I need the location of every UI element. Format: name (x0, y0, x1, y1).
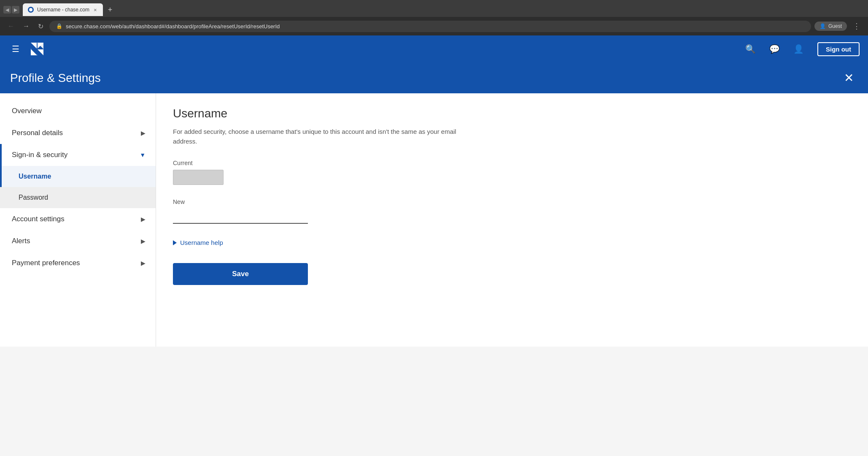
sidebar-item-payment-preferences[interactable]: Payment preferences ▶ (0, 252, 156, 274)
triangle-right-icon (173, 240, 177, 245)
overview-label: Overview (12, 107, 42, 115)
tab-nav-left[interactable]: ◀ (3, 6, 11, 14)
profile-close-button[interactable]: ✕ (840, 69, 858, 87)
sign-in-security-label: Sign-in & security (12, 151, 67, 159)
lock-icon: 🔒 (56, 23, 62, 29)
address-text: secure.chase.com/web/auth/dashboard#/das… (66, 23, 804, 30)
personal-details-label: Personal details (12, 129, 63, 137)
account-settings-chevron: ▶ (141, 216, 146, 223)
new-label: New (173, 198, 851, 205)
chase-header: ☰ 🔍 💬 👤 Sign out (0, 35, 868, 62)
guest-icon: 👤 (819, 23, 826, 29)
browser-menu-dots[interactable]: ⋮ (850, 20, 863, 33)
address-field[interactable]: 🔒 secure.chase.com/web/auth/dashboard#/d… (49, 21, 811, 32)
alerts-label: Alerts (12, 237, 30, 245)
chase-logo (30, 41, 45, 57)
tab-favicon (28, 7, 34, 13)
payment-preferences-label: Payment preferences (12, 259, 80, 267)
tab-close-button[interactable]: × (93, 7, 98, 13)
forward-button[interactable]: → (20, 21, 32, 32)
sidebar-item-account-settings[interactable]: Account settings ▶ (0, 208, 156, 230)
guest-button[interactable]: 👤 Guest (814, 22, 847, 31)
tab-title: Username - chase.com (37, 7, 89, 13)
account-button[interactable]: 👤 (790, 42, 807, 56)
tab-nav-right[interactable]: ▶ (12, 6, 19, 14)
sidebar-item-password[interactable]: Password (0, 187, 156, 208)
address-bar: ← → ↻ 🔒 secure.chase.com/web/auth/dashbo… (0, 17, 868, 35)
sidebar-item-alerts[interactable]: Alerts ▶ (0, 230, 156, 252)
current-label: Current (173, 160, 851, 166)
sidebar: Overview Personal details ▶ Sign-in & se… (0, 93, 156, 347)
content-panel: Username For added security, choose a us… (156, 93, 868, 347)
active-tab[interactable]: Username - chase.com × (23, 3, 103, 16)
account-settings-label: Account settings (12, 215, 65, 223)
tab-nav-arrows: ◀ ▶ (3, 6, 19, 14)
username-label: Username (19, 173, 51, 180)
profile-settings-title: Profile & Settings (10, 71, 101, 85)
username-help-toggle[interactable]: Username help (173, 236, 223, 250)
sign-in-security-chevron: ▼ (140, 152, 146, 158)
current-username-display (173, 170, 224, 185)
current-username-section: Current (173, 160, 851, 187)
tab-bar: ◀ ▶ Username - chase.com × + (0, 0, 868, 17)
main-content: Overview Personal details ▶ Sign-in & se… (0, 93, 868, 347)
guest-label: Guest (828, 23, 842, 29)
app-container: ☰ 🔍 💬 👤 Sign out Pro (0, 35, 868, 347)
save-button[interactable]: Save (173, 263, 308, 285)
sidebar-item-username[interactable]: Username (0, 166, 156, 187)
personal-details-chevron: ▶ (141, 130, 146, 136)
notifications-button[interactable]: 💬 (766, 42, 783, 56)
alerts-chevron: ▶ (141, 238, 146, 244)
page-title: Username (173, 107, 851, 120)
hamburger-button[interactable]: ☰ (8, 42, 23, 56)
username-help-label: Username help (180, 239, 223, 246)
new-username-section: New (173, 198, 851, 224)
reload-button[interactable]: ↻ (35, 21, 46, 32)
sidebar-item-sign-in-security[interactable]: Sign-in & security ▼ (0, 144, 156, 166)
search-button[interactable]: 🔍 (742, 42, 759, 56)
page-description: For added security, choose a username th… (173, 127, 468, 146)
browser-chrome: ◀ ▶ Username - chase.com × + ← → ↻ 🔒 sec… (0, 0, 868, 35)
password-label: Password (19, 194, 48, 201)
profile-settings-header: Profile & Settings ✕ (0, 62, 868, 93)
new-username-input[interactable] (173, 209, 308, 224)
browser-menu-area: 👤 Guest ⋮ (814, 20, 863, 33)
sign-out-button[interactable]: Sign out (817, 42, 860, 56)
payment-preferences-chevron: ▶ (141, 260, 146, 266)
new-tab-button[interactable]: + (105, 5, 116, 14)
back-button[interactable]: ← (5, 21, 17, 32)
sidebar-item-overview[interactable]: Overview (0, 100, 156, 122)
sidebar-item-personal-details[interactable]: Personal details ▶ (0, 122, 156, 144)
